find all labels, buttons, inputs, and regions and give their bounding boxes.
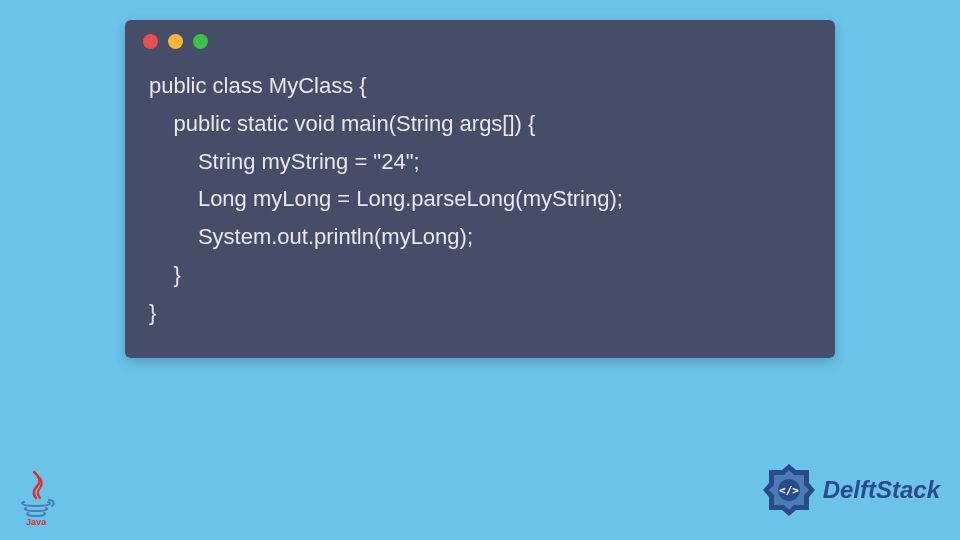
delftstack-badge-icon: </> <box>761 462 817 518</box>
svg-text:Java: Java <box>26 517 47 526</box>
code-line: String myString = "24"; <box>149 149 420 174</box>
svg-text:</>: </> <box>779 484 799 497</box>
window-controls <box>125 20 835 59</box>
delftstack-logo: </> DelftStack <box>761 462 940 518</box>
minimize-icon[interactable] <box>168 34 183 49</box>
java-logo-icon: Java <box>14 470 58 526</box>
code-line: } <box>149 262 181 287</box>
code-block: public class MyClass { public static voi… <box>125 59 835 340</box>
close-icon[interactable] <box>143 34 158 49</box>
delftstack-label: DelftStack <box>823 476 940 504</box>
code-line: Long myLong = Long.parseLong(myString); <box>149 186 623 211</box>
code-line: } <box>149 300 156 325</box>
code-line: public class MyClass { <box>149 73 367 98</box>
code-line: System.out.println(myLong); <box>149 224 473 249</box>
maximize-icon[interactable] <box>193 34 208 49</box>
code-line: public static void main(String args[]) { <box>149 111 535 136</box>
code-window: public class MyClass { public static voi… <box>125 20 835 358</box>
